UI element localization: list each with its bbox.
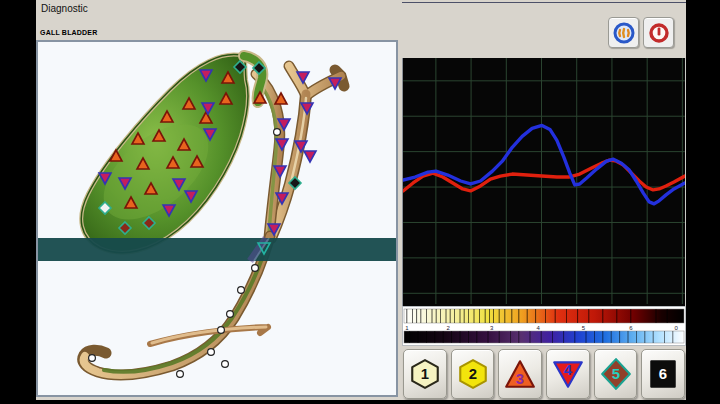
sound-icon — [613, 22, 635, 44]
square-icon: 6 — [646, 357, 680, 391]
spectrum-number: 2 — [447, 325, 451, 331]
marker-circle[interactable] — [177, 371, 184, 378]
marker-circle[interactable] — [227, 311, 234, 318]
level-button-4[interactable]: 4 — [546, 349, 590, 399]
hexagon-icon: 2 — [456, 357, 490, 391]
diamond-icon: 5 — [599, 357, 633, 391]
marker-circle[interactable] — [208, 349, 215, 356]
spectrum-number: 3 — [490, 325, 494, 331]
level-button-2[interactable]: 2 — [451, 349, 495, 399]
spectrum-number: 5 — [582, 325, 586, 331]
level-button-5[interactable]: 5 — [594, 349, 638, 399]
level-number: 3 — [516, 371, 524, 387]
marker-circle[interactable] — [252, 265, 259, 272]
organ-image-panel[interactable] — [36, 40, 398, 397]
gall-bladder-body — [81, 55, 262, 253]
marker-circle[interactable] — [238, 287, 245, 294]
level-button-1[interactable]: 1 — [403, 349, 447, 399]
marker-tri-down[interactable] — [304, 151, 316, 162]
graph-panel — [402, 58, 686, 306]
chart-grid — [403, 58, 685, 304]
spectrum-number: 0 — [674, 325, 678, 331]
level-number: 1 — [421, 366, 429, 382]
spectrum-scale: 1234560 — [402, 306, 686, 346]
organ-label: GALL BLADDER — [40, 29, 98, 36]
level-number: 5 — [611, 366, 619, 382]
marker-circle[interactable] — [89, 355, 96, 362]
spectrum-number: 1 — [405, 325, 409, 331]
gall-bladder-illustration — [38, 42, 396, 395]
left-black-bar — [0, 0, 36, 404]
top-divider — [402, 2, 686, 3]
level-button-3[interactable]: 3 — [498, 349, 542, 399]
spectrum-bar: 1234560 — [403, 307, 685, 345]
etalon-graph — [403, 58, 685, 304]
hexagon-icon: 1 — [408, 357, 442, 391]
marker-circle[interactable] — [222, 361, 229, 368]
spectrum-numbers: 1234560 — [405, 325, 678, 331]
bottom-black-bar — [0, 400, 720, 404]
marker-circle[interactable] — [274, 129, 281, 136]
triangle-up-icon: 3 — [503, 357, 537, 391]
level-button-6[interactable]: 6 — [641, 349, 685, 399]
sound-button[interactable] — [608, 17, 639, 48]
spectrum-number: 4 — [536, 325, 540, 331]
level-number: 4 — [564, 362, 573, 378]
power-exit-button[interactable] — [643, 17, 674, 48]
page-title: Diagnostic — [41, 3, 88, 14]
scan-band — [38, 238, 396, 261]
level-number: 6 — [659, 366, 667, 382]
spectrum-number: 6 — [629, 325, 633, 331]
triangle-down-icon: 4 — [551, 357, 585, 391]
severity-level-buttons: 123456 — [402, 348, 686, 400]
right-black-bar — [686, 0, 720, 404]
diagnostic-window: Diagnostic GALL BLADDER — [36, 0, 686, 400]
level-number: 2 — [468, 366, 476, 382]
series-measured-blue — [403, 125, 685, 203]
marker-circle[interactable] — [218, 327, 225, 334]
power-icon — [648, 22, 670, 44]
